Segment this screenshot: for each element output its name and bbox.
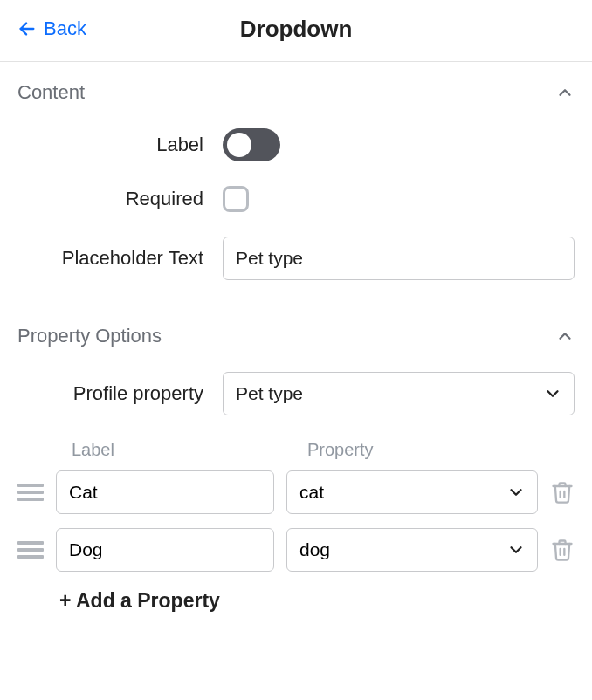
required-field-label: Required (17, 188, 223, 210)
back-button[interactable]: Back (17, 17, 86, 40)
content-section-header[interactable]: Content (17, 81, 575, 104)
toggle-knob (227, 133, 251, 157)
label-row: Label (17, 128, 575, 161)
label-field-label: Label (17, 134, 223, 156)
option-row (17, 470, 575, 514)
arrow-left-icon (17, 19, 37, 38)
content-section: Content Label Required Placeholder Text (0, 61, 592, 305)
profile-property-row: Profile property (17, 372, 575, 415)
placeholder-row: Placeholder Text (17, 237, 575, 280)
profile-property-select[interactable] (223, 372, 575, 415)
placeholder-text-input[interactable] (223, 237, 575, 280)
property-options-title: Property Options (17, 325, 162, 347)
options-columns-header: Label Property (17, 440, 575, 460)
page-header: Back Dropdown (0, 0, 592, 61)
column-label-header: Label (72, 440, 290, 460)
property-options-section: Property Options Profile property Label … (0, 305, 592, 637)
option-property-select[interactable] (286, 528, 538, 572)
label-toggle[interactable] (223, 128, 280, 161)
drag-handle-icon[interactable] (17, 484, 44, 501)
column-property-header: Property (290, 440, 575, 460)
chevron-up-icon (555, 83, 575, 102)
page-title: Dropdown (240, 16, 353, 43)
profile-property-label: Profile property (17, 382, 223, 405)
property-options-header[interactable]: Property Options (17, 325, 575, 347)
required-row: Required (17, 186, 575, 212)
option-label-input[interactable] (56, 528, 274, 572)
drag-handle-icon[interactable] (17, 541, 44, 559)
option-property-select[interactable] (286, 470, 538, 514)
required-checkbox[interactable] (223, 186, 249, 212)
content-section-title: Content (17, 81, 85, 104)
chevron-up-icon (555, 326, 575, 346)
placeholder-field-label: Placeholder Text (17, 247, 223, 270)
add-property-button[interactable]: + Add a Property (17, 589, 575, 613)
trash-icon[interactable] (550, 480, 575, 504)
trash-icon[interactable] (550, 538, 575, 562)
option-label-input[interactable] (56, 470, 274, 514)
back-label: Back (44, 17, 86, 40)
option-row (17, 528, 575, 572)
